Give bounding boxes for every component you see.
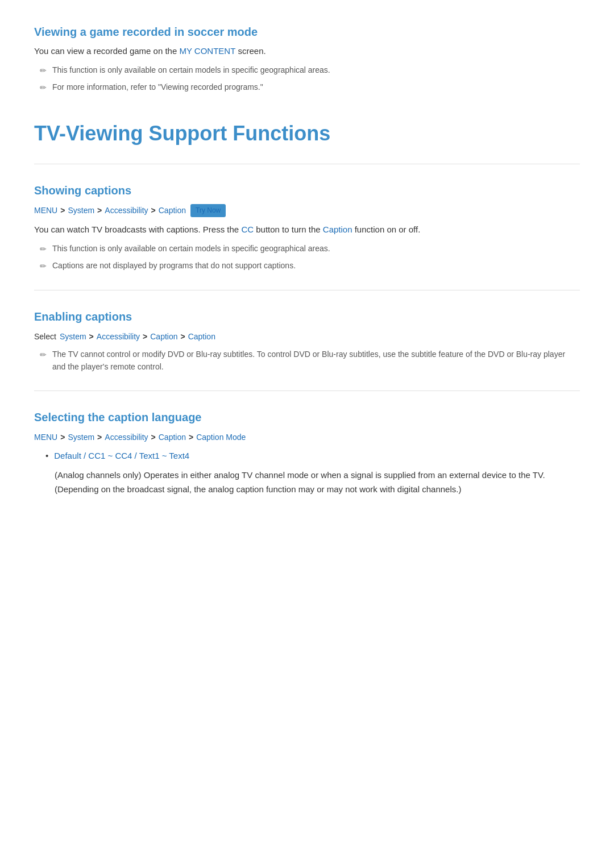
note-item: The TV cannot control or modify DVD or B… — [40, 348, 580, 373]
breadcrumb-sep4: > — [189, 431, 193, 443]
breadcrumb-sep1: > — [60, 431, 65, 443]
breadcrumb-sep3: > — [181, 330, 185, 343]
breadcrumb-menu[interactable]: MENU — [34, 204, 57, 217]
showing-captions-notes: This function is only available on certa… — [40, 243, 580, 273]
selecting-caption-language-breadcrumb: MENU > System > Accessibility > Caption … — [34, 431, 580, 443]
breadcrumb-accessibility-2[interactable]: Accessibility — [97, 330, 140, 343]
enabling-captions-section: Enabling captions Select System > Access… — [34, 308, 580, 373]
showing-captions-title: Showing captions — [34, 181, 580, 200]
showing-captions-body: You can watch TV broadcasts with caption… — [34, 223, 580, 237]
main-divider — [34, 164, 580, 164]
breadcrumb-sep2: > — [97, 204, 102, 217]
breadcrumb-sep3: > — [151, 431, 156, 443]
breadcrumb-system-2[interactable]: System — [60, 330, 86, 343]
breadcrumb-system-3[interactable]: System — [68, 431, 94, 443]
caption-mode-item: Default / CC1 ~ CC4 / Text1 ~ Text4 — [45, 449, 580, 463]
breadcrumb-sep1: > — [89, 330, 94, 343]
selecting-caption-language-section: Selecting the caption language MENU > Sy… — [34, 408, 580, 497]
caption-function-link[interactable]: Caption — [323, 225, 352, 234]
breadcrumb-caption1[interactable]: Caption — [150, 330, 177, 343]
breadcrumb-accessibility-3[interactable]: Accessibility — [105, 431, 148, 443]
enabling-captions-title: Enabling captions — [34, 308, 580, 326]
showing-captions-breadcrumb: MENU > System > Accessibility > Caption … — [34, 204, 580, 217]
select-label: Select — [34, 330, 56, 343]
showing-captions-section: Showing captions MENU > System > Accessi… — [34, 181, 580, 273]
viewing-game-title: Viewing a game recorded in soccer mode — [34, 23, 580, 41]
note-item: For more information, refer to "Viewing … — [40, 81, 580, 94]
breadcrumb-accessibility[interactable]: Accessibility — [105, 204, 148, 217]
enabling-captions-notes: The TV cannot control or modify DVD or B… — [40, 348, 580, 373]
try-now-badge[interactable]: Try Now — [190, 204, 226, 217]
cc-link[interactable]: CC — [241, 225, 254, 234]
note-item: This function is only available on certa… — [40, 64, 580, 77]
breadcrumb-system[interactable]: System — [68, 204, 94, 217]
breadcrumb-menu-2[interactable]: MENU — [34, 431, 57, 443]
section-divider-2 — [34, 391, 580, 391]
breadcrumb-caption[interactable]: Caption — [159, 204, 186, 217]
breadcrumb-sep1: > — [60, 204, 65, 217]
breadcrumb-caption-3[interactable]: Caption — [159, 431, 186, 443]
main-title: TV-Viewing Support Functions — [34, 117, 580, 150]
selecting-caption-language-title: Selecting the caption language — [34, 408, 580, 426]
breadcrumb-caption2[interactable]: Caption — [188, 330, 215, 343]
viewing-game-section: Viewing a game recorded in soccer mode Y… — [34, 23, 580, 94]
viewing-game-notes: This function is only available on certa… — [40, 64, 580, 94]
breadcrumb-sep2: > — [97, 431, 102, 443]
note-item: This function is only available on certa… — [40, 243, 580, 256]
breadcrumb-sep3: > — [151, 204, 156, 217]
my-content-link[interactable]: MY CONTENT — [179, 46, 235, 56]
breadcrumb-sep2: > — [143, 330, 147, 343]
enabling-captions-breadcrumb: Select System > Accessibility > Caption … — [34, 330, 580, 343]
viewing-game-intro: You can view a recorded game on the MY C… — [34, 44, 580, 59]
caption-mode-subtext: (Analog channels only) Operates in eithe… — [55, 468, 580, 497]
caption-mode-list: Default / CC1 ~ CC4 / Text1 ~ Text4 — [45, 449, 580, 463]
breadcrumb-caption-mode[interactable]: Caption Mode — [196, 431, 246, 443]
note-item: Captions are not displayed by programs t… — [40, 260, 580, 273]
section-divider-1 — [34, 290, 580, 290]
